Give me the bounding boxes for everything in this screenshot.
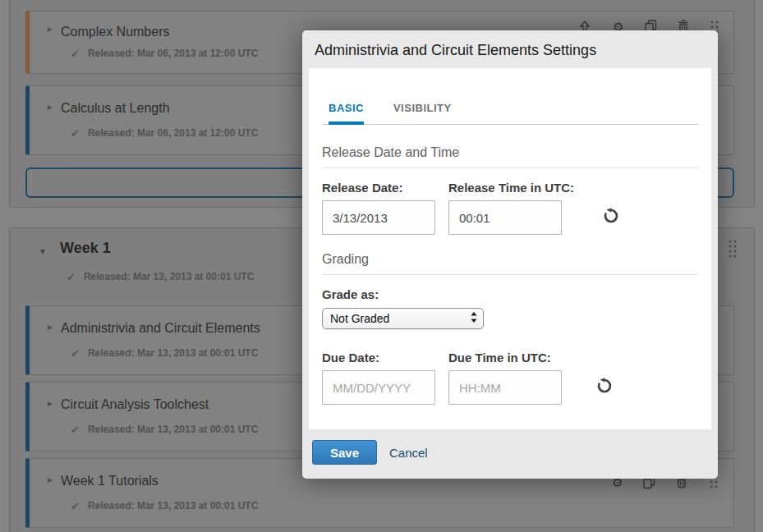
due-date-label: Due Date: (322, 351, 448, 365)
tab-basic[interactable]: BASIC (329, 102, 364, 125)
due-time-label: Due Time in UTC: (448, 351, 604, 365)
course-outline-page: ▸ Complex Numbers ✔Released: Mar 06, 201… (0, 0, 763, 532)
grading-section-heading: Grading (322, 252, 698, 275)
subsection-settings-modal: Administrivia and Circuit Elements Setti… (302, 30, 718, 479)
tab-visibility[interactable]: VISIBILITY (393, 102, 452, 124)
save-button[interactable]: Save (312, 440, 377, 465)
release-fields-row: Release Date: Release Time in UTC: (322, 181, 698, 235)
select-stepper-icon (471, 312, 477, 325)
grade-as-value: Not Graded (330, 312, 389, 325)
modal-footer: Save Cancel (302, 429, 718, 479)
modal-tabs: BASIC VISIBILITY (322, 102, 698, 125)
due-fields-row: Due Date: Due Time in UTC: (322, 351, 698, 405)
release-time-label: Release Time in UTC: (448, 181, 604, 195)
due-time-input[interactable] (448, 370, 562, 405)
reset-due-icon[interactable] (596, 378, 613, 397)
grade-as-select[interactable]: Not Graded (322, 308, 484, 329)
modal-title: Administrivia and Circuit Elements Setti… (302, 30, 718, 59)
release-section-heading: Release Date and Time (322, 145, 698, 168)
release-date-input[interactable] (322, 200, 435, 235)
due-date-input[interactable] (322, 370, 435, 405)
grade-as-label: Grade as: (322, 287, 698, 301)
release-date-label: Release Date: (322, 181, 448, 195)
release-time-input[interactable] (448, 200, 562, 235)
modal-body: BASIC VISIBILITY Release Date and Time R… (309, 68, 711, 429)
reset-release-icon[interactable] (603, 208, 619, 227)
cancel-button[interactable]: Cancel (389, 446, 428, 460)
